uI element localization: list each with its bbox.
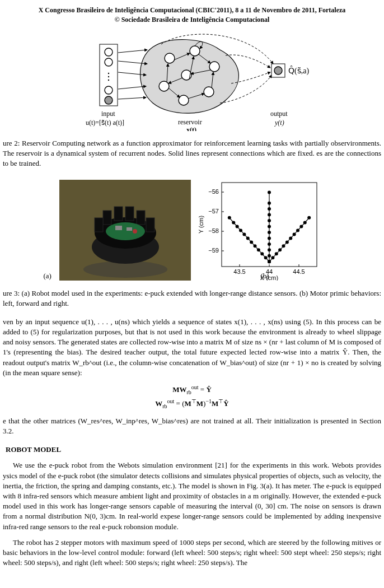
svg-point-30 [274,67,282,74]
equation-2: Wrbout = (M⊤M)−1M⊤Ŷ [0,398,384,410]
svg-rect-43 [127,227,132,231]
paragraph-3: We use the e-puck robot from the Webots … [0,460,384,531]
svg-point-9 [190,46,200,56]
equation-block: MWrbout = Ŷ Wrbout = (M⊤M)−1M⊤Ŷ [0,384,384,410]
reservoir-diagram: Q̂(s̃,a) input u(t)=[s̃(t) a(t)] reservo… [74,33,310,131]
q-formula-text: Q̂(s̃,a) [288,66,309,76]
svg-point-1 [105,48,113,56]
svg-point-2 [105,58,113,66]
reservoir-formula: x(t) [186,126,196,131]
svg-point-7 [105,96,113,104]
svg-point-6 [105,86,113,94]
svg-point-12 [159,81,169,91]
svg-point-10 [209,62,219,72]
ylabel: Y (cm) [198,216,204,234]
reservoir-label: reservoir [178,118,202,126]
svg-rect-39 [146,218,154,232]
svg-line-24 [118,50,147,53]
header-line2: © Sociedade Brasileira de Inteligência C… [0,15,384,25]
figure-3-caption: ure 3: (a) Robot model used in the exper… [0,288,384,309]
svg-point-41 [106,222,145,240]
svg-rect-36 [114,207,123,221]
svg-point-4 [108,76,109,77]
svg-rect-42 [115,226,122,230]
paragraph-1: ven by an input sequence u(1), . . . , u… [0,317,384,378]
paragraph-2: e that the other matrices (W_res^res, W_… [0,416,384,436]
svg-rect-37 [125,207,134,221]
svg-point-3 [108,72,109,73]
ytick-59: −59 [208,247,219,254]
header-line1: X Congresso Brasileiro de Inteligência C… [0,6,384,15]
ytick-57: −57 [208,208,219,214]
fig3-label-b: (b) [261,271,338,281]
svg-rect-35 [103,211,111,225]
section-robot-model: ROBOT MODEL [6,445,384,455]
input-formula: u(t)=[s̃(t) a(t)] [86,119,124,127]
xtick-43.5: 43.5 [233,268,245,275]
ytick-58: −58 [208,227,219,234]
svg-line-27 [118,86,146,89]
figure-2: Q̂(s̃,a) input u(t)=[s̃(t) a(t)] reservo… [0,33,384,134]
svg-point-14 [179,95,189,105]
conference-header: X Congresso Brasileiro de Inteligência C… [0,6,384,25]
svg-rect-40 [95,218,103,232]
figure-3: (a) −56 −57 −58 −59 43.5 44 [0,177,384,283]
output-label: output [270,110,288,118]
svg-line-28 [118,97,146,99]
svg-rect-38 [137,211,145,225]
equation-1: MWrbout = Ŷ [0,384,384,396]
svg-point-44 [133,229,137,234]
motor-primitives-chart: −56 −57 −58 −59 43.5 44 44.5 X (cm) Y (c… [196,177,325,281]
input-label: input [101,110,115,118]
ytick-56: −56 [208,188,219,195]
figure-2-caption: ure 2: Reservoir Computing network as a … [0,138,384,169]
svg-point-5 [108,79,109,80]
robot-image [59,180,191,281]
output-formula: y(t) [274,119,284,127]
svg-point-8 [165,53,175,63]
svg-point-13 [204,87,214,97]
paragraph-4: The robot has 2 stepper motors with maxi… [0,538,384,568]
fig3-label-a: (a) [44,271,203,281]
